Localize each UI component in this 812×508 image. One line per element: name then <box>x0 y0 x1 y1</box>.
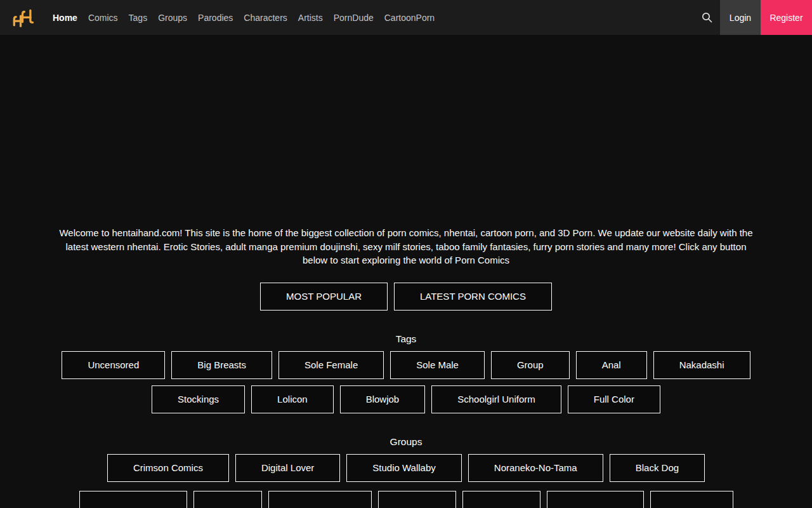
site-logo[interactable] <box>10 5 34 30</box>
tag-button-big-breasts[interactable]: Big Breasts <box>171 351 272 379</box>
nav-item-cartoonporn[interactable]: CartoonPorn <box>384 13 435 23</box>
tags-heading: Tags <box>0 333 812 345</box>
register-button[interactable]: Register <box>761 0 812 35</box>
tag-button-sole-female[interactable]: Sole Female <box>278 351 384 379</box>
nav-item-characters[interactable]: Characters <box>244 13 287 23</box>
nav-right: Login Register <box>693 0 812 35</box>
cta-row: MOST POPULAR LATEST PORN COMICS <box>0 283 812 311</box>
latest-porn-comics-button[interactable]: LATEST PORN COMICS <box>394 283 552 311</box>
nav-links: Home Comics Tags Groups Parodies Charact… <box>53 13 435 23</box>
group-button-partial[interactable] <box>378 491 456 508</box>
tag-button-blowjob[interactable]: Blowjob <box>340 385 426 413</box>
nav-item-parodies[interactable]: Parodies <box>198 13 233 23</box>
group-button-partial[interactable] <box>193 491 262 508</box>
nav-item-tags[interactable]: Tags <box>129 13 148 23</box>
hh-logo-icon <box>14 10 32 26</box>
main-content: Welcome to hentaihand.com! This site is … <box>0 226 812 508</box>
nav-item-home[interactable]: Home <box>53 13 77 23</box>
tag-button-lolicon[interactable]: Lolicon <box>251 385 334 413</box>
top-nav: Home Comics Tags Groups Parodies Charact… <box>0 0 812 35</box>
tags-row-2: Stockings Lolicon Blowjob Schoolgirl Uni… <box>0 385 812 413</box>
tag-button-anal[interactable]: Anal <box>576 351 647 379</box>
group-button-digital-lover[interactable]: Digital Lover <box>235 454 340 482</box>
nav-item-artists[interactable]: Artists <box>298 13 323 23</box>
groups-row-1: Crimson Comics Digital Lover Studio Wall… <box>0 454 812 482</box>
nav-item-groups[interactable]: Groups <box>158 13 187 23</box>
tag-button-nakadashi[interactable]: Nakadashi <box>653 351 750 379</box>
group-button-partial[interactable] <box>547 491 644 508</box>
nav-item-comics[interactable]: Comics <box>88 13 118 23</box>
groups-heading: Groups <box>0 436 812 448</box>
tag-button-full-color[interactable]: Full Color <box>568 385 660 413</box>
search-icon[interactable] <box>693 0 720 35</box>
nav-item-porndude[interactable]: PornDude <box>334 13 374 23</box>
group-button-crimson-comics[interactable]: Crimson Comics <box>107 454 229 482</box>
most-popular-button[interactable]: MOST POPULAR <box>260 283 388 311</box>
group-button-black-dog[interactable]: Black Dog <box>610 454 705 482</box>
group-button-partial[interactable] <box>79 491 187 508</box>
tag-button-group[interactable]: Group <box>491 351 570 379</box>
groups-row-2-partial <box>0 491 812 508</box>
tag-button-schoolgirl-uniform[interactable]: Schoolgirl Uniform <box>431 385 561 413</box>
welcome-text: Welcome to hentaihand.com! This site is … <box>56 226 756 267</box>
tag-button-stockings[interactable]: Stockings <box>152 385 245 413</box>
group-button-partial[interactable] <box>268 491 372 508</box>
group-button-studio-wallaby[interactable]: Studio Wallaby <box>346 454 462 482</box>
login-button[interactable]: Login <box>720 0 761 35</box>
group-button-partial[interactable] <box>462 491 540 508</box>
group-button-noraneko-no-tama[interactable]: Noraneko-No-Tama <box>468 454 603 482</box>
tag-button-sole-male[interactable]: Sole Male <box>390 351 485 379</box>
tag-button-uncensored[interactable]: Uncensored <box>62 351 165 379</box>
tags-row-1: Uncensored Big Breasts Sole Female Sole … <box>0 351 812 379</box>
group-button-partial[interactable] <box>650 491 733 508</box>
